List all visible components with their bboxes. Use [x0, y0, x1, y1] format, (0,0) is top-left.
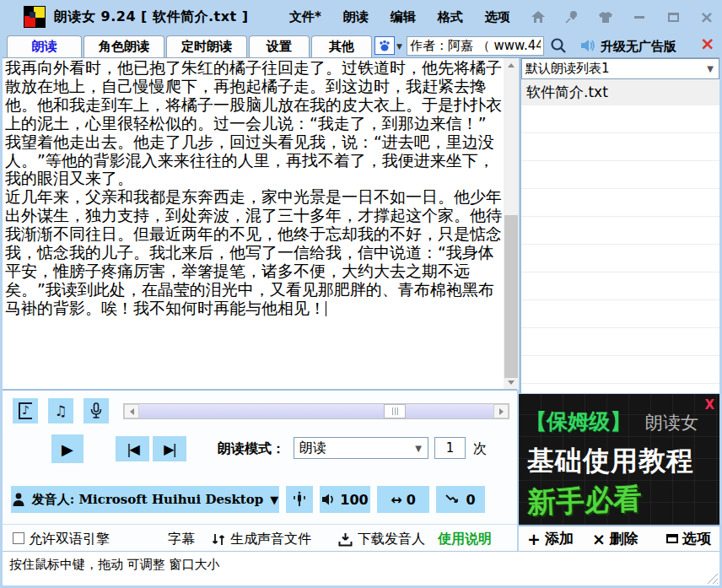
status-text: 按住鼠标中键，拖动 可调整 窗口大小 — [9, 557, 220, 573]
record-button[interactable] — [84, 398, 109, 423]
pin-icon[interactable] — [562, 7, 582, 27]
window-title: 朗读女 9.24 [ 软件简介.txt ] — [54, 8, 249, 26]
times-label: 次 — [473, 440, 487, 458]
microphone-icon — [90, 402, 102, 419]
text-editor[interactable]: 我再向外看时，他已抱了朱红的橘子往回走了。过铁道时，他先将橘子散放在地上，自己慢… — [3, 58, 504, 390]
pitch-button[interactable]: 0 — [436, 486, 485, 513]
paragraph: 近几年来，父亲和我都是东奔西走，家中光景是一日不如一日。他少年出外谋生，独力支持… — [5, 188, 502, 317]
search-icon[interactable] — [547, 35, 569, 56]
tab-read[interactable]: 朗读 — [7, 35, 82, 57]
generate-audio-icon — [212, 532, 225, 547]
playlist-empty-row — [521, 272, 719, 300]
playback-row: ▶ |◀ ▶| 朗读模式： 朗读 ▼ 次 — [3, 433, 517, 465]
next-button[interactable]: ▶| — [153, 436, 186, 461]
music-button[interactable]: ♫ — [48, 398, 73, 423]
cross-icon: × — [592, 530, 606, 548]
voice-select-button[interactable]: 发音人: Microsoft Huihui Desktop ▼ — [11, 486, 279, 513]
tab-settings[interactable]: 设置 — [249, 35, 310, 57]
voice-row: 发音人: Microsoft Huihui Desktop ▼ 100 ↔ 0 — [3, 486, 517, 515]
add-button[interactable]: + 添加 — [527, 529, 574, 548]
bilingual-label: 允许双语引擎 — [29, 531, 110, 548]
skin-icon[interactable] — [595, 7, 616, 27]
playlist-select[interactable]: 默认朗读列表1 ▼ — [521, 58, 719, 79]
tab-role-read[interactable]: 角色朗读 — [84, 35, 164, 57]
menu-read[interactable]: 朗读 — [343, 9, 369, 25]
scroll-down-icon[interactable] — [504, 375, 519, 390]
window-icon — [666, 534, 678, 543]
maximize-button[interactable] — [663, 7, 683, 27]
scroll-up-icon[interactable] — [504, 58, 519, 73]
upgrade-link[interactable]: 升级无广告版 — [601, 39, 676, 55]
volume-button[interactable]: 100 — [320, 486, 370, 513]
subtitle-button[interactable]: 字幕 — [168, 531, 195, 548]
scroll-left-icon[interactable] — [124, 404, 139, 418]
menu-options[interactable]: 选项 — [485, 9, 510, 25]
window-controls: × — [528, 7, 717, 27]
playlist-actions: + 添加 × 删除 选项 — [519, 525, 719, 551]
tab-timed-read[interactable]: 定时朗读 — [166, 35, 247, 57]
repeat-times-input[interactable] — [434, 437, 466, 459]
chevron-down-icon: ▼ — [415, 444, 422, 453]
editor-scrollbar[interactable] — [504, 58, 519, 390]
plus-icon: + — [527, 530, 541, 548]
tab-other[interactable]: 其他 — [311, 35, 372, 57]
playlist-empty-row — [521, 245, 719, 272]
scrollbar-thumb[interactable] — [384, 404, 406, 418]
generate-audio-button[interactable]: 生成声音文件 — [212, 531, 311, 548]
playlist-empty-row — [521, 189, 719, 217]
control-panel: ♪ ♫ ▶ |◀ ▶| 朗读模式： 朗读 ▼ 次 — [3, 389, 517, 551]
menu-file[interactable]: 文件* — [289, 9, 321, 25]
titlebar: 朗读女 9.24 [ 软件简介.txt ] 文件* 朗读 编辑 格式 选项 × — [0, 0, 722, 34]
menu-edit[interactable]: 编辑 — [391, 9, 416, 25]
playlist-empty-row — [521, 105, 719, 133]
pitch-icon — [445, 494, 461, 505]
status-bar: 按住鼠标中键，拖动 可调整 窗口大小 — [3, 551, 719, 585]
volume-icon — [321, 493, 336, 506]
app-window: 朗读女 9.24 [ 软件简介.txt ] 文件* 朗读 编辑 格式 选项 × — [0, 0, 722, 588]
paragraph: 我再向外看时，他已抱了朱红的橘子往回走了。过铁道时，他先将橘子散放在地上，自己慢… — [5, 59, 502, 188]
play-button[interactable]: ▶ — [51, 434, 84, 463]
ad-subline: 新手必看 — [526, 480, 643, 523]
paw-dropdown-icon[interactable]: ▼ — [396, 42, 402, 51]
music-notes-icon: ♫ — [54, 402, 67, 419]
close-button[interactable]: × — [697, 7, 717, 27]
scroll-right-icon[interactable] — [493, 404, 509, 418]
menubar: 文件* 朗读 编辑 格式 选项 — [289, 9, 510, 25]
scrollbar-track[interactable] — [139, 404, 493, 418]
paw-icon[interactable] — [374, 36, 395, 55]
insert-note-button[interactable]: ♪ — [13, 398, 38, 423]
speed-icon: ↔ — [391, 492, 401, 508]
download-icon — [338, 532, 353, 547]
speed-button[interactable]: ↔ 0 — [377, 486, 429, 513]
options-button[interactable]: 选项 — [666, 529, 711, 548]
ad-banner[interactable]: 【保姆级】 朗读女 X 基础使用教程 新手必看 — [519, 394, 719, 525]
previous-button[interactable]: |◀ — [116, 436, 149, 461]
toolbar-close-icon[interactable]: × — [700, 35, 715, 53]
playlist-empty-row — [521, 328, 719, 356]
author-search-input[interactable] — [407, 36, 544, 56]
playlist-empty-row — [521, 356, 719, 384]
previous-icon: |◀ — [127, 441, 138, 457]
speaker-icon[interactable] — [580, 38, 596, 53]
main-area: 我再向外看时，他已抱了朱红的橘子往回走了。过铁道时，他先将橘子散放在地上，自己慢… — [3, 57, 719, 389]
position-scrollbar[interactable] — [123, 403, 509, 419]
playlist-item[interactable]: 软件简介.txt — [521, 79, 719, 105]
ad-headline: 基础使用教程 — [527, 443, 694, 480]
bilingual-checkbox[interactable] — [13, 532, 24, 544]
resize-grip[interactable] — [706, 572, 718, 584]
playlist-empty-row — [521, 300, 719, 328]
test-voice-button[interactable] — [286, 486, 313, 513]
delete-button[interactable]: × 删除 — [592, 529, 638, 548]
chevron-down-icon: ▼ — [707, 64, 714, 73]
read-mode-select[interactable]: 朗读 ▼ — [294, 437, 428, 459]
next-icon: ▶| — [164, 441, 175, 457]
scrollbar-thumb[interactable] — [504, 215, 518, 378]
ad-close-icon[interactable]: X — [704, 397, 714, 413]
ad-brand: 朗读女 — [645, 411, 698, 434]
playlist-empty-row — [521, 133, 719, 161]
home-icon[interactable] — [528, 7, 548, 27]
menu-format[interactable]: 格式 — [438, 9, 463, 25]
playlist-list: 软件简介.txt — [521, 79, 719, 384]
minimize-button[interactable] — [629, 7, 649, 27]
download-voice-button[interactable]: 下载发音人 — [338, 531, 425, 548]
